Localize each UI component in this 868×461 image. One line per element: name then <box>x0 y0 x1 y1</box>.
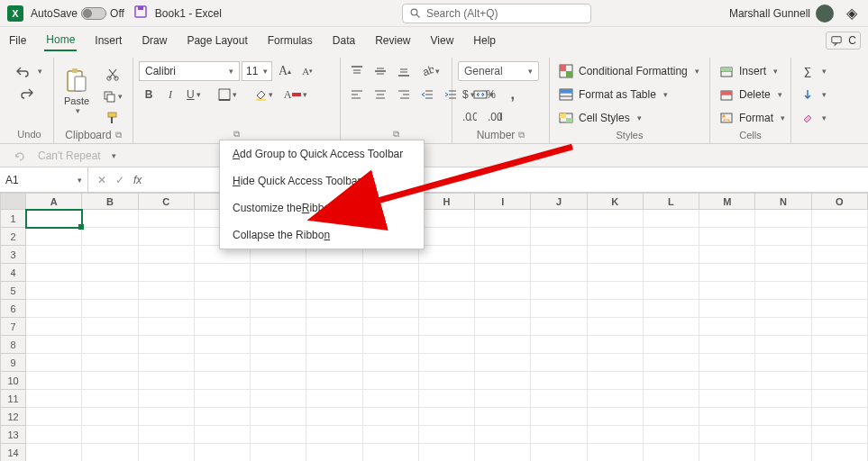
clear-button[interactable]: ▾ <box>797 108 830 128</box>
cell[interactable] <box>82 300 138 318</box>
cell[interactable] <box>531 228 587 246</box>
cell[interactable] <box>643 246 699 264</box>
percent-button[interactable]: % <box>481 85 501 104</box>
tab-review[interactable]: Review <box>373 31 412 50</box>
cell[interactable] <box>194 318 250 336</box>
tab-view[interactable]: View <box>429 31 456 50</box>
dialog-launcher-icon[interactable]: ⧉ <box>233 129 240 140</box>
cell[interactable] <box>418 336 474 354</box>
paste-button[interactable]: Paste ▾ <box>59 61 94 121</box>
cell[interactable] <box>138 408 194 426</box>
cell[interactable] <box>475 300 531 318</box>
cell[interactable] <box>82 210 138 228</box>
cell[interactable] <box>699 444 755 462</box>
column-header[interactable]: M <box>699 194 755 210</box>
row-header[interactable]: 1 <box>1 210 26 228</box>
cell[interactable] <box>811 390 867 408</box>
cell[interactable] <box>26 336 82 354</box>
cell[interactable] <box>755 426 811 444</box>
cell[interactable] <box>755 444 811 462</box>
cell[interactable] <box>26 282 82 300</box>
tab-home[interactable]: Home <box>44 30 77 51</box>
chevron-down-icon[interactable]: ▾ <box>38 67 42 76</box>
cell[interactable] <box>362 282 418 300</box>
cell[interactable] <box>755 282 811 300</box>
cell[interactable] <box>82 336 138 354</box>
cell[interactable] <box>306 264 362 282</box>
row-header[interactable]: 14 <box>1 444 26 462</box>
cell[interactable] <box>418 426 474 444</box>
align-bottom-button[interactable] <box>393 61 415 81</box>
decrease-decimal-button[interactable]: .00.0 <box>483 108 507 128</box>
cell[interactable] <box>531 210 587 228</box>
cell[interactable] <box>699 408 755 426</box>
cell[interactable] <box>82 264 138 282</box>
insert-cells-button[interactable]: Insert▾ <box>716 61 789 81</box>
cell[interactable] <box>811 300 867 318</box>
fill-handle[interactable] <box>78 224 84 230</box>
cell[interactable] <box>699 426 755 444</box>
row-header[interactable]: 5 <box>1 282 26 300</box>
cell[interactable] <box>306 336 362 354</box>
number-format-combo[interactable]: General▾ <box>458 61 539 81</box>
align-left-button[interactable] <box>346 85 368 104</box>
cell[interactable] <box>755 336 811 354</box>
cell[interactable] <box>699 372 755 390</box>
cell[interactable] <box>251 390 306 408</box>
cell[interactable] <box>362 426 418 444</box>
cell[interactable] <box>811 282 867 300</box>
cell[interactable] <box>643 282 699 300</box>
cell[interactable] <box>82 246 138 264</box>
cell[interactable] <box>811 246 867 264</box>
cell[interactable] <box>306 390 362 408</box>
select-all-corner[interactable] <box>1 194 26 210</box>
row-header[interactable]: 11 <box>1 390 26 408</box>
cell[interactable] <box>587 390 643 408</box>
cell[interactable] <box>26 390 82 408</box>
cut-button[interactable] <box>97 65 127 85</box>
cell[interactable] <box>82 282 138 300</box>
cell[interactable] <box>418 264 474 282</box>
accounting-format-button[interactable]: $▾ <box>458 85 480 104</box>
cell[interactable] <box>531 354 587 372</box>
cell[interactable] <box>699 228 755 246</box>
cell[interactable] <box>306 408 362 426</box>
cell[interactable] <box>26 426 82 444</box>
cell[interactable] <box>418 282 474 300</box>
redo-button[interactable] <box>11 83 42 103</box>
cell[interactable] <box>306 354 362 372</box>
cell[interactable] <box>755 318 811 336</box>
cell[interactable] <box>194 372 250 390</box>
cell[interactable] <box>755 354 811 372</box>
cell[interactable] <box>699 282 755 300</box>
insert-function-button[interactable]: fx <box>133 174 142 186</box>
cell[interactable] <box>531 282 587 300</box>
cell[interactable] <box>251 408 306 426</box>
cell[interactable] <box>643 426 699 444</box>
cell[interactable] <box>811 336 867 354</box>
cell[interactable] <box>475 354 531 372</box>
italic-button[interactable]: I <box>160 85 180 104</box>
cell[interactable] <box>811 426 867 444</box>
bold-button[interactable]: B <box>139 85 159 104</box>
cell[interactable] <box>531 264 587 282</box>
cell[interactable] <box>138 246 194 264</box>
cell[interactable] <box>587 300 643 318</box>
column-header[interactable]: K <box>587 194 643 210</box>
cell[interactable] <box>475 318 531 336</box>
cell[interactable] <box>643 444 699 462</box>
increase-font-button[interactable]: A▴ <box>274 61 296 81</box>
cell[interactable] <box>251 444 306 462</box>
cell[interactable] <box>643 354 699 372</box>
fill-color-button[interactable]: ▾ <box>250 85 278 104</box>
cell[interactable] <box>643 264 699 282</box>
cell[interactable] <box>251 282 306 300</box>
format-as-table-button[interactable]: Format as Table▾ <box>555 85 703 104</box>
dialog-launcher-icon[interactable]: ⧉ <box>393 129 399 140</box>
cell[interactable] <box>26 354 82 372</box>
cell[interactable] <box>418 228 474 246</box>
format-painter-button[interactable] <box>97 108 127 128</box>
cell[interactable] <box>251 264 306 282</box>
cell[interactable] <box>699 354 755 372</box>
cell[interactable] <box>138 210 194 228</box>
